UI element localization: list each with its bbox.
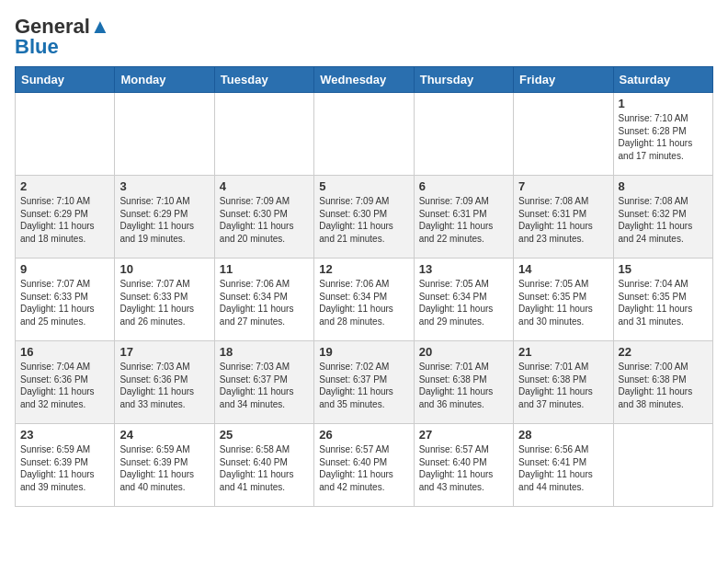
calendar-table: SundayMondayTuesdayWednesdayThursdayFrid…	[15, 66, 713, 507]
day-number: 26	[319, 428, 408, 442]
weekday-header-saturday: Saturday	[613, 67, 712, 93]
day-info: Sunrise: 7:05 AM Sunset: 6:35 PM Dayligh…	[518, 278, 608, 327]
day-number: 13	[419, 262, 508, 276]
day-cell	[16, 93, 115, 176]
day-info: Sunrise: 7:10 AM Sunset: 6:28 PM Dayligh…	[619, 112, 708, 162]
day-info: Sunrise: 7:06 AM Sunset: 6:34 PM Dayligh…	[319, 278, 408, 327]
weekday-header-wednesday: Wednesday	[314, 67, 414, 93]
day-cell	[613, 424, 712, 507]
day-number: 28	[518, 428, 608, 442]
day-cell: 14Sunrise: 7:05 AM Sunset: 6:35 PM Dayli…	[514, 259, 613, 341]
week-row-1: 2Sunrise: 7:10 AM Sunset: 6:29 PM Daylig…	[16, 176, 713, 259]
day-cell: 24Sunrise: 6:59 AM Sunset: 6:39 PM Dayli…	[115, 424, 214, 507]
day-info: Sunrise: 6:59 AM Sunset: 6:39 PM Dayligh…	[20, 443, 109, 493]
day-info: Sunrise: 6:57 AM Sunset: 6:40 PM Dayligh…	[419, 443, 508, 493]
day-info: Sunrise: 7:04 AM Sunset: 6:35 PM Dayligh…	[619, 278, 708, 327]
day-cell	[414, 93, 513, 176]
day-cell: 18Sunrise: 7:03 AM Sunset: 6:37 PM Dayli…	[214, 341, 313, 424]
day-number: 15	[619, 262, 708, 276]
week-row-0: 1Sunrise: 7:10 AM Sunset: 6:28 PM Daylig…	[16, 93, 713, 176]
logo-blue-text: Blue	[15, 35, 59, 59]
day-info: Sunrise: 7:09 AM Sunset: 6:31 PM Dayligh…	[419, 195, 508, 245]
day-number: 19	[319, 345, 408, 359]
day-cell: 10Sunrise: 7:07 AM Sunset: 6:33 PM Dayli…	[115, 259, 214, 341]
day-info: Sunrise: 7:08 AM Sunset: 6:32 PM Dayligh…	[619, 195, 708, 245]
day-cell: 2Sunrise: 7:10 AM Sunset: 6:29 PM Daylig…	[16, 176, 115, 259]
day-info: Sunrise: 7:07 AM Sunset: 6:33 PM Dayligh…	[119, 278, 209, 327]
day-cell	[514, 93, 613, 176]
day-info: Sunrise: 7:08 AM Sunset: 6:31 PM Dayligh…	[518, 195, 608, 245]
day-cell: 20Sunrise: 7:01 AM Sunset: 6:38 PM Dayli…	[414, 341, 513, 424]
logo: General▲ Blue	[15, 15, 110, 59]
day-info: Sunrise: 7:10 AM Sunset: 6:29 PM Dayligh…	[119, 195, 209, 245]
day-number: 1	[619, 97, 708, 110]
day-cell: 19Sunrise: 7:02 AM Sunset: 6:37 PM Dayli…	[314, 341, 414, 424]
day-number: 16	[20, 345, 109, 359]
day-info: Sunrise: 7:03 AM Sunset: 6:37 PM Dayligh…	[220, 361, 309, 410]
day-cell: 17Sunrise: 7:03 AM Sunset: 6:36 PM Dayli…	[115, 341, 214, 424]
day-number: 27	[419, 428, 508, 442]
day-cell: 16Sunrise: 7:04 AM Sunset: 6:36 PM Dayli…	[16, 341, 115, 424]
day-info: Sunrise: 7:05 AM Sunset: 6:34 PM Dayligh…	[419, 278, 508, 327]
day-info: Sunrise: 7:02 AM Sunset: 6:37 PM Dayligh…	[319, 361, 408, 410]
day-number: 11	[220, 262, 309, 276]
day-info: Sunrise: 7:01 AM Sunset: 6:38 PM Dayligh…	[518, 361, 608, 410]
day-cell: 21Sunrise: 7:01 AM Sunset: 6:38 PM Dayli…	[514, 341, 613, 424]
day-number: 17	[119, 345, 209, 359]
day-number: 4	[220, 179, 309, 193]
day-info: Sunrise: 7:01 AM Sunset: 6:38 PM Dayligh…	[419, 361, 508, 410]
day-cell: 25Sunrise: 6:58 AM Sunset: 6:40 PM Dayli…	[214, 424, 313, 507]
header-area: General▲ Blue	[15, 15, 713, 59]
day-number: 23	[20, 428, 109, 442]
day-cell	[214, 93, 313, 176]
day-info: Sunrise: 6:57 AM Sunset: 6:40 PM Dayligh…	[319, 443, 408, 493]
day-cell: 4Sunrise: 7:09 AM Sunset: 6:30 PM Daylig…	[214, 176, 313, 259]
day-cell: 9Sunrise: 7:07 AM Sunset: 6:33 PM Daylig…	[16, 259, 115, 341]
day-info: Sunrise: 6:56 AM Sunset: 6:41 PM Dayligh…	[518, 443, 608, 493]
day-cell: 5Sunrise: 7:09 AM Sunset: 6:30 PM Daylig…	[314, 176, 414, 259]
day-info: Sunrise: 7:00 AM Sunset: 6:38 PM Dayligh…	[619, 361, 708, 410]
day-cell: 13Sunrise: 7:05 AM Sunset: 6:34 PM Dayli…	[414, 259, 513, 341]
day-info: Sunrise: 7:03 AM Sunset: 6:36 PM Dayligh…	[119, 361, 209, 410]
day-cell: 7Sunrise: 7:08 AM Sunset: 6:31 PM Daylig…	[514, 176, 613, 259]
weekday-header-monday: Monday	[115, 67, 214, 93]
day-number: 25	[220, 428, 309, 442]
day-cell	[314, 93, 414, 176]
day-number: 9	[20, 262, 109, 276]
day-cell: 15Sunrise: 7:04 AM Sunset: 6:35 PM Dayli…	[613, 259, 712, 341]
day-number: 3	[119, 179, 209, 193]
day-number: 22	[619, 345, 708, 359]
day-number: 20	[419, 345, 508, 359]
day-number: 5	[319, 179, 408, 193]
day-number: 6	[419, 179, 508, 193]
day-number: 14	[518, 262, 608, 276]
day-number: 2	[20, 179, 109, 193]
day-cell: 6Sunrise: 7:09 AM Sunset: 6:31 PM Daylig…	[414, 176, 513, 259]
day-info: Sunrise: 7:09 AM Sunset: 6:30 PM Dayligh…	[220, 195, 309, 245]
day-cell: 1Sunrise: 7:10 AM Sunset: 6:28 PM Daylig…	[613, 93, 712, 176]
weekday-header-tuesday: Tuesday	[214, 67, 313, 93]
day-number: 12	[319, 262, 408, 276]
day-cell: 28Sunrise: 6:56 AM Sunset: 6:41 PM Dayli…	[514, 424, 613, 507]
weekday-header-thursday: Thursday	[414, 67, 513, 93]
weekday-header-sunday: Sunday	[16, 67, 115, 93]
weekday-header-row: SundayMondayTuesdayWednesdayThursdayFrid…	[16, 67, 713, 93]
day-number: 24	[119, 428, 209, 442]
day-cell	[115, 93, 214, 176]
day-cell: 3Sunrise: 7:10 AM Sunset: 6:29 PM Daylig…	[115, 176, 214, 259]
day-cell: 27Sunrise: 6:57 AM Sunset: 6:40 PM Dayli…	[414, 424, 513, 507]
week-row-2: 9Sunrise: 7:07 AM Sunset: 6:33 PM Daylig…	[16, 259, 713, 341]
day-cell: 26Sunrise: 6:57 AM Sunset: 6:40 PM Dayli…	[314, 424, 414, 507]
day-cell: 22Sunrise: 7:00 AM Sunset: 6:38 PM Dayli…	[613, 341, 712, 424]
day-number: 7	[518, 179, 608, 193]
day-info: Sunrise: 7:10 AM Sunset: 6:29 PM Dayligh…	[20, 195, 109, 245]
day-number: 10	[119, 262, 209, 276]
week-row-4: 23Sunrise: 6:59 AM Sunset: 6:39 PM Dayli…	[16, 424, 713, 507]
day-cell: 23Sunrise: 6:59 AM Sunset: 6:39 PM Dayli…	[16, 424, 115, 507]
day-number: 18	[220, 345, 309, 359]
day-cell: 8Sunrise: 7:08 AM Sunset: 6:32 PM Daylig…	[613, 176, 712, 259]
day-info: Sunrise: 7:07 AM Sunset: 6:33 PM Dayligh…	[20, 278, 109, 327]
day-cell: 11Sunrise: 7:06 AM Sunset: 6:34 PM Dayli…	[214, 259, 313, 341]
day-info: Sunrise: 7:09 AM Sunset: 6:30 PM Dayligh…	[319, 195, 408, 245]
day-info: Sunrise: 6:58 AM Sunset: 6:40 PM Dayligh…	[220, 443, 309, 493]
